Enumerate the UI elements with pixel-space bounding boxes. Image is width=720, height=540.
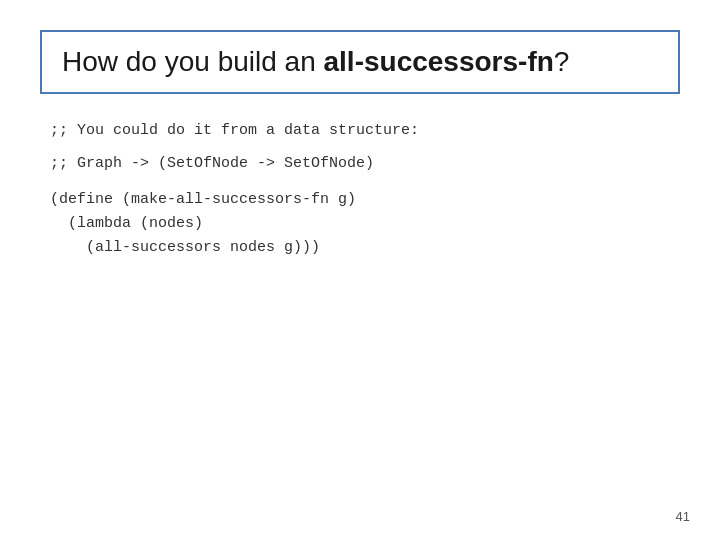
title-bold: all-successors-fn <box>324 46 554 77</box>
page-number: 41 <box>676 509 690 524</box>
slide-title: How do you build an all-successors-fn? <box>62 46 569 77</box>
title-suffix: ? <box>554 46 570 77</box>
comment-line-2: ;; Graph -> (SetOfNode -> SetOfNode) <box>50 155 680 172</box>
title-box: How do you build an all-successors-fn? <box>40 30 680 94</box>
code-block: (define (make-all-successors-fn g) (lamb… <box>50 188 680 260</box>
slide: How do you build an all-successors-fn? ;… <box>0 0 720 540</box>
content-area: ;; You could do it from a data structure… <box>40 122 680 520</box>
comment-line-1: ;; You could do it from a data structure… <box>50 122 680 139</box>
title-normal: How do you build an <box>62 46 324 77</box>
